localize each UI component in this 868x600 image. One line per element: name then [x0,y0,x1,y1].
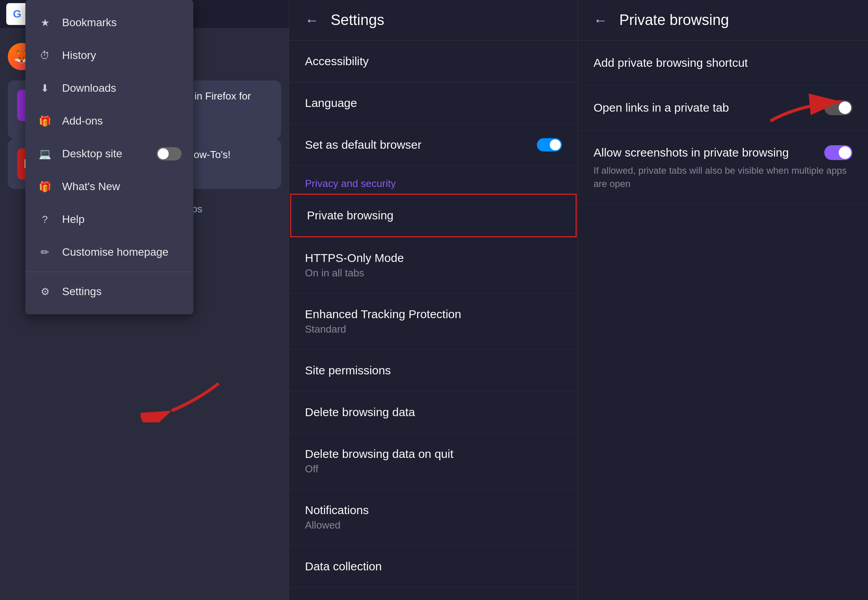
customise-icon: ✏ [37,244,53,260]
middle-panel: ← Settings AccessibilityLanguageSet as d… [289,0,578,600]
menu-item-whats_new[interactable]: 🎁What's New [25,170,193,203]
google-icon: G [6,3,28,25]
settings-title-notifications: Notifications [305,504,369,517]
menu-label-history: History [62,49,182,62]
settings-title-accessibility: Accessibility [305,55,369,68]
toggle-desktop_site[interactable] [157,147,182,160]
private-browsing-header: ← Private browsing [578,0,868,41]
menu-label-downloads: Downloads [62,82,182,94]
private-browsing-title: Private browsing [619,12,729,28]
settings-subtitle-delete_on_quit: Off [305,463,562,475]
menu-item-customise[interactable]: ✏Customise homepage [25,236,193,269]
settings-item-delete_on_quit[interactable]: Delete browsing data on quitOff [289,433,577,490]
settings-item-notifications[interactable]: NotificationsAllowed [289,490,577,546]
settings-item-tracking[interactable]: Enhanced Tracking ProtectionStandard [289,294,577,350]
menu-label-customise: Customise homepage [62,246,182,258]
settings-title-tracking: Enhanced Tracking Protection [305,308,461,321]
settings-subtitle-https_only: On in all tabs [305,267,562,279]
menu-label-addons: Add-ons [62,115,182,127]
settings-title-private_browsing: Private browsing [307,209,394,222]
menu-item-bookmarks[interactable]: ★Bookmarks [25,6,193,39]
settings-item-default_browser[interactable]: Set as default browser [289,124,577,166]
menu-label-whats_new: What's New [62,180,182,193]
settings-title-data_collection: Data collection [305,560,382,573]
menu-item-addons[interactable]: 🎁Add-ons [25,105,193,137]
settings-subtitle-notifications: Allowed [305,519,562,531]
settings-title-https_only: HTTPS-Only Mode [305,251,404,265]
dropdown-menu: ★Bookmarks⏱History⬇Downloads🎁Add-ons💻Des… [25,0,193,314]
left-panel: G ▾ 🦊 See all synchronised tabs SEnhance… [0,0,289,600]
private-item-add_shortcut[interactable]: Add private browsing shortcut [578,41,868,85]
back-button[interactable]: ← [305,12,319,28]
settings-title-site_permissions: Site permissions [305,364,391,377]
settings-item-site_permissions[interactable]: Site permissions [289,350,577,392]
private-title-add_shortcut: Add private browsing shortcut [594,55,852,71]
private-item-open_links[interactable]: Open links in a private tab [578,85,868,130]
menu-label-bookmarks: Bookmarks [62,16,182,29]
menu-item-help[interactable]: ?Help [25,203,193,236]
toggle-default_browser[interactable] [537,138,562,151]
settings-item-https_only[interactable]: HTTPS-Only ModeOn in all tabs [289,237,577,294]
private-title-open_links: Open links in a private tab [594,100,824,116]
toggle-allow_screenshots[interactable] [824,145,852,160]
settings-icon: ⚙ [37,284,53,299]
toggle-open_links[interactable] [824,100,852,115]
settings-title-delete_data: Delete browsing data [305,406,415,419]
settings-item-language[interactable]: Language [289,82,577,124]
settings-title-delete_on_quit: Delete browsing data on quit [305,447,453,461]
private-back-button[interactable]: ← [594,12,608,28]
menu-item-downloads[interactable]: ⬇Downloads [25,72,193,105]
private-title-allow_screenshots: Allow screenshots in private browsing [594,144,824,161]
settings-header: ← Settings [289,0,577,41]
section-header-section_privacy: Privacy and security [289,166,577,194]
help-icon: ? [37,212,53,227]
private-desc-allow_screenshots: If allowed, private tabs will also be vi… [594,164,852,190]
menu-label-desktop_site: Desktop site [62,148,147,160]
menu-item-settings[interactable]: ⚙Settings [25,275,193,308]
private-item-allow_screenshots[interactable]: Allow screenshots in private browsingIf … [578,130,868,205]
section-header-section_advanced: Advanced [289,588,577,600]
settings-subtitle-tracking: Standard [305,323,562,335]
right-panel: ← Private browsing Add private browsing … [578,0,868,600]
private-items-list: Add private browsing shortcutOpen links … [578,41,868,205]
desktop_site-icon: 💻 [37,146,53,162]
whats_new-icon: 🎁 [37,179,53,194]
history-icon: ⏱ [37,48,53,63]
downloads-icon: ⬇ [37,80,53,96]
menu-item-history[interactable]: ⏱History [25,39,193,72]
settings-title: Settings [331,12,384,28]
settings-item-delete_data[interactable]: Delete browsing data [289,392,577,433]
settings-title-default_browser: Set as default browser [305,138,422,151]
menu-label-settings: Settings [62,285,182,298]
menu-label-help: Help [62,213,182,226]
settings-item-accessibility[interactable]: Accessibility [289,41,577,82]
addons-icon: 🎁 [37,113,53,129]
settings-title-language: Language [305,96,357,110]
settings-item-data_collection[interactable]: Data collection [289,546,577,588]
menu-items: ★Bookmarks⏱History⬇Downloads🎁Add-ons💻Des… [25,6,193,308]
settings-item-private_browsing[interactable]: Private browsing [290,194,577,237]
settings-list: AccessibilityLanguageSet as default brow… [289,41,577,600]
menu-item-desktop_site[interactable]: 💻Desktop site [25,137,193,170]
bookmarks-icon: ★ [37,15,53,30]
